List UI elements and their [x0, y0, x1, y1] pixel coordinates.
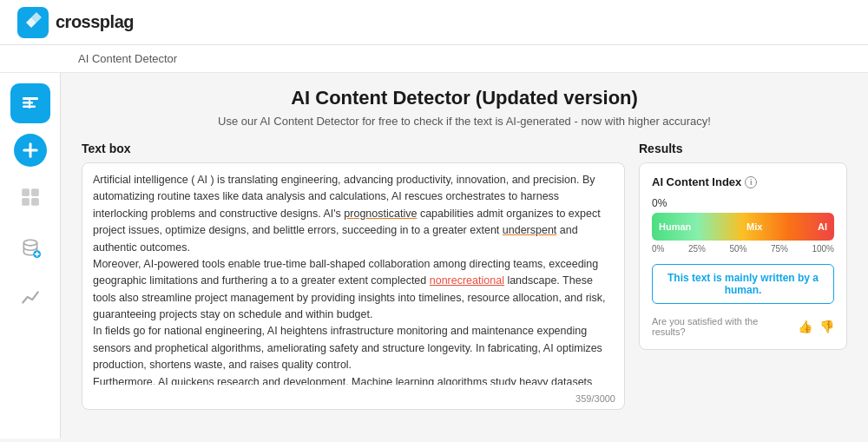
- highlighted-word-1: prognosticative: [344, 208, 417, 220]
- char-count: 359/3000: [575, 393, 615, 404]
- text-content: Artificial intelligence ( AI ) is transl…: [82, 163, 624, 385]
- thumbup-icon[interactable]: 👍: [798, 320, 812, 333]
- svg-rect-8: [31, 188, 39, 196]
- bar-label-human: Human: [659, 221, 691, 232]
- bar-label-ai: AI: [818, 221, 827, 232]
- app-header: crossplag: [0, 0, 868, 45]
- sidebar: [0, 73, 61, 439]
- thumbdown-icon[interactable]: 👎: [819, 320, 834, 333]
- text-format-icon: [20, 93, 41, 114]
- gradient-bar: Human Mix AI: [652, 213, 834, 241]
- ai-content-index-label: AI Content Index i: [652, 175, 834, 188]
- svg-rect-4: [29, 100, 30, 109]
- page-title: AI Content Detector (Updated version): [82, 87, 847, 109]
- logo: crossplag: [17, 7, 134, 38]
- text-area-wrapper[interactable]: Artificial intelligence ( AI ) is transl…: [82, 162, 625, 410]
- svg-rect-10: [31, 198, 39, 206]
- logo-icon: [17, 7, 49, 38]
- sidebar-item-add[interactable]: [14, 134, 47, 167]
- sidebar-item-text[interactable]: [10, 83, 50, 123]
- svg-rect-9: [22, 198, 30, 206]
- result-badge: This text is mainly written by a human.: [652, 264, 834, 304]
- highlighted-word-2: underspent: [503, 224, 557, 236]
- two-column-layout: Text box Artificial intelligence ( AI ) …: [82, 142, 847, 410]
- page-subtitle: Use our AI Content Detector for free to …: [82, 115, 847, 128]
- results-card: AI Content Index i 0% Human Mix AI 0% 25…: [639, 162, 847, 350]
- breadcrumb: AI Content Detector: [0, 45, 868, 73]
- textbox-section: Text box Artificial intelligence ( AI ) …: [82, 142, 625, 410]
- chart-icon: [20, 287, 41, 308]
- results-label: Results: [639, 142, 847, 155]
- satisfied-row: Are you satisfied with the results? 👍 👎: [652, 316, 834, 337]
- svg-point-11: [23, 240, 36, 246]
- satisfied-text: Are you satisfied with the results?: [652, 316, 791, 337]
- svg-rect-7: [22, 188, 30, 196]
- main-layout: AI Content Detector (Updated version) Us…: [0, 73, 868, 439]
- main-content: AI Content Detector (Updated version) Us…: [61, 73, 868, 439]
- info-icon[interactable]: i: [745, 176, 757, 188]
- bar-ticks: 0% 25% 50% 75% 100%: [652, 244, 834, 254]
- bar-label-mix: Mix: [746, 221, 762, 232]
- database-icon: [20, 237, 41, 258]
- svg-rect-1: [23, 97, 38, 100]
- add-icon: [20, 140, 41, 161]
- highlighted-word-3: nonrecreational: [430, 274, 504, 287]
- sidebar-item-database[interactable]: [10, 228, 50, 267]
- sidebar-item-grid[interactable]: [10, 177, 50, 217]
- sidebar-item-chart[interactable]: [10, 278, 50, 318]
- textbox-label: Text box: [82, 142, 625, 155]
- svg-rect-2: [23, 102, 33, 104]
- percent-label: 0%: [652, 197, 834, 209]
- logo-text: crossplag: [56, 12, 134, 32]
- results-section: Results AI Content Index i 0% Human Mix …: [639, 142, 847, 410]
- grid-icon: [20, 187, 41, 208]
